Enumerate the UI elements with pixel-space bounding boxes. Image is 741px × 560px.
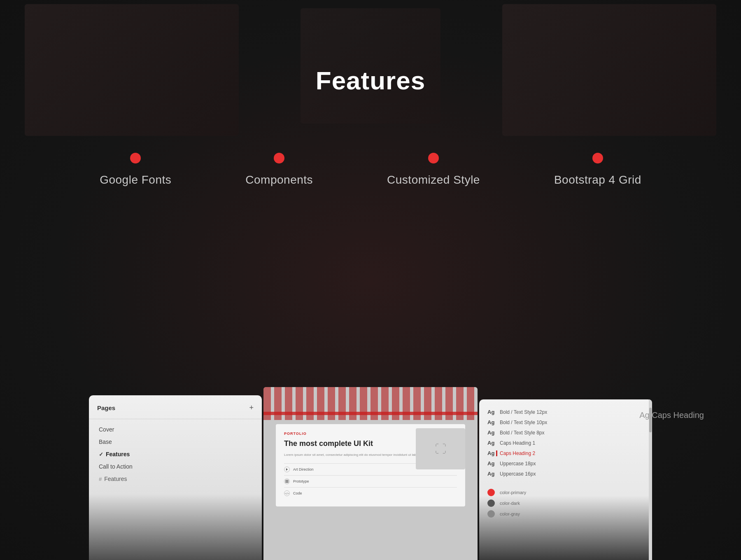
feature-item-google-fonts: Google Fonts — [100, 153, 171, 187]
caps-heading-label: Ag Caps Heading — [639, 411, 704, 420]
feature-dot-components — [274, 153, 284, 163]
feature-item-bootstrap-grid: Bootstrap 4 Grid — [554, 153, 641, 187]
feature-dot-customized-style — [428, 153, 439, 163]
features-row: Google Fonts Components Customized Style… — [100, 153, 641, 187]
feature-dot-bootstrap-grid — [592, 153, 603, 163]
page-title: Features — [316, 66, 425, 95]
main-content: Features Google Fonts Components Customi… — [0, 0, 741, 560]
feature-label-bootstrap-grid: Bootstrap 4 Grid — [554, 173, 641, 187]
feature-item-components: Components — [245, 153, 313, 187]
feature-label-customized-style: Customized Style — [387, 173, 480, 187]
feature-label-google-fonts: Google Fonts — [100, 173, 171, 187]
feature-label-components: Components — [245, 173, 313, 187]
feature-item-customized-style: Customized Style — [387, 153, 480, 187]
feature-dot-google-fonts — [130, 153, 141, 163]
